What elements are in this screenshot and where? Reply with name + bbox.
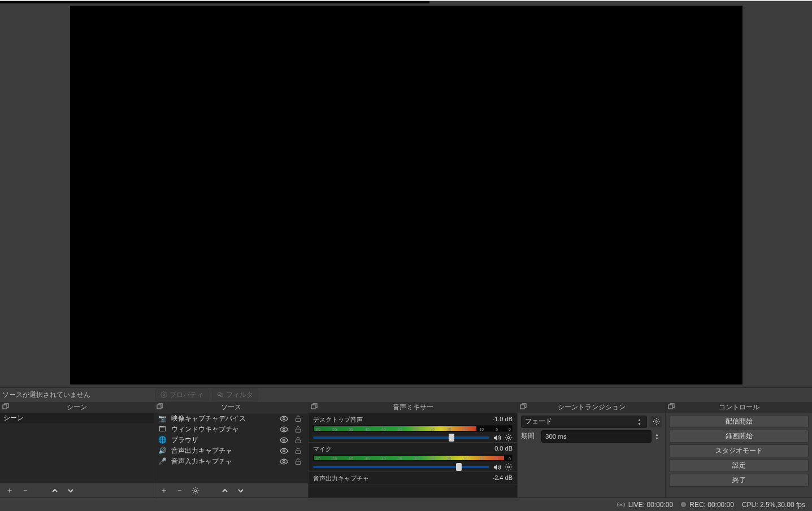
controls-header[interactable]: コントロール [666,402,812,413]
duration-label: 期間 [521,432,538,440]
scenes-header[interactable]: シーン [0,402,154,413]
svg-rect-19 [520,405,524,409]
sources-footer: ＋ － [154,483,308,497]
control-button[interactable]: 終了 [669,474,809,487]
scene-down-button[interactable] [66,486,76,496]
lock-toggle[interactable] [294,426,305,433]
gear-icon[interactable] [505,434,513,442]
gear-icon[interactable] [505,463,513,471]
mixer-channel-db: -2.4 dB [493,474,513,483]
add-scene-button[interactable]: ＋ [5,486,15,496]
transitions-body: フェード ▲▼ 期間 300 ms ▲▼ [518,413,665,497]
lock-toggle[interactable] [294,447,305,455]
mixer-header[interactable]: 音声ミキサー [309,402,517,413]
status-rec: REC: 00:00:00 [681,501,734,509]
visibility-toggle[interactable] [280,425,290,434]
mixer-list: デスクトップ音声-1.0 dB-60-55-50-45-40-35-30-25-… [309,413,517,497]
remove-source-button[interactable]: － [175,486,185,496]
scenes-title: シーン [67,403,87,412]
sources-header[interactable]: ソース [154,402,308,413]
preview-toolbar: ソースが選択されていません プロパティ フィルタ [0,387,812,402]
scenes-list[interactable]: シーン [0,413,154,483]
remove-scene-button[interactable]: － [20,486,31,496]
transitions-header[interactable]: シーントランジション [518,402,665,413]
properties-button-label: プロパティ [170,391,203,399]
scene-row[interactable]: シーン [0,413,154,423]
scenes-footer: ＋ － [0,483,154,497]
source-row[interactable]: 🔊 音声出力キャプチャ [154,446,308,456]
duration-spinner[interactable]: ▲▼ [655,433,662,440]
popout-icon[interactable] [520,403,528,411]
svg-point-20 [655,421,657,422]
popout-icon[interactable] [2,403,10,411]
transitions-title: シーントランジション [558,403,626,412]
popout-icon[interactable] [311,403,319,411]
lock-toggle[interactable] [294,415,305,422]
mixer-dock: 音声ミキサー デスクトップ音声-1.0 dB-60-55-50-45-40-35… [309,402,518,497]
popout-icon[interactable] [157,403,164,411]
control-button[interactable]: 録画開始 [669,430,809,443]
source-row[interactable]: 🌐 ブラウザ [154,435,308,446]
mixer-channel-name: デスクトップ音声 [313,416,363,424]
source-down-button[interactable] [236,486,246,496]
transition-properties-button[interactable] [650,416,662,427]
speaker-icon[interactable] [493,434,501,442]
popout-icon[interactable] [668,403,676,411]
mixer-channel-db: 0.0 dB [494,445,513,453]
status-rec-text: REC: 00:00:00 [689,501,734,509]
controls-dock: コントロール 配信開始録画開始スタジオモード設定終了 [666,402,812,497]
svg-rect-12 [296,451,301,453]
svg-rect-3 [3,405,7,409]
status-live-text: LIVE: 00:00:00 [628,501,673,509]
visibility-toggle[interactable] [280,447,290,455]
lock-toggle[interactable] [294,458,305,465]
svg-rect-16 [311,405,315,409]
preview-area [0,3,812,387]
svg-rect-10 [296,440,301,443]
add-source-button[interactable]: ＋ [159,486,169,496]
transition-select[interactable]: フェード ▲▼ [521,416,647,428]
properties-button[interactable]: プロパティ [155,388,209,401]
source-label: 音声出力キャプチャ [171,446,275,456]
speaker-icon: 🔊 [158,447,167,455]
speaker-icon[interactable] [493,463,501,471]
no-source-selected-label: ソースが選択されていません [2,391,152,399]
control-button[interactable]: 設定 [669,459,809,472]
duration-value: 300 ms [545,433,567,440]
svg-point-13 [283,461,285,463]
source-row[interactable]: 🗔 ウィンドウキャプチャ [154,424,308,435]
svg-rect-8 [296,429,301,432]
source-row[interactable]: 🎤 音声入力キャプチャ [154,456,308,467]
select-spinner-icon: ▲▼ [637,418,644,426]
filters-button[interactable]: フィルタ [212,388,258,401]
source-properties-button[interactable] [190,486,201,496]
mixer-channel: 音声出力キャプチャ-2.4 dB [309,472,517,484]
mixer-volume-slider[interactable] [313,436,489,439]
source-row[interactable]: 📷 映像キャプチャデバイス [154,413,308,424]
lock-toggle[interactable] [294,436,305,444]
sources-list[interactable]: 📷 映像キャプチャデバイス 🗔 ウィンドウキャプチャ 🌐 ブラウザ 🔊 音声出力… [154,413,308,483]
visibility-toggle[interactable] [280,457,290,466]
control-button[interactable]: スタジオモード [669,444,809,457]
visibility-toggle[interactable] [280,414,290,423]
source-label: 映像キャプチャデバイス [171,414,275,423]
svg-point-11 [283,450,285,452]
source-label: ウィンドウキャプチャ [171,425,275,434]
control-button[interactable]: 配信開始 [669,415,809,428]
mixer-volume-slider[interactable] [313,466,489,468]
scenes-dock: シーン シーン ＋ － [0,402,154,497]
record-dot-icon [681,502,686,507]
preview-canvas[interactable] [70,6,742,385]
gear-icon [160,391,167,398]
visibility-toggle[interactable] [280,436,290,444]
svg-point-7 [283,429,285,431]
svg-point-17 [507,436,510,439]
svg-point-0 [163,394,165,396]
mixer-channel: デスクトップ音声-1.0 dB-60-55-50-45-40-35-30-25-… [309,413,517,443]
transition-selected-label: フェード [525,417,552,426]
svg-rect-21 [668,405,672,409]
scene-up-button[interactable] [50,486,60,496]
duration-input[interactable]: 300 ms [541,430,652,443]
mixer-channel-db: -1.0 dB [493,416,513,424]
source-up-button[interactable] [220,486,230,496]
